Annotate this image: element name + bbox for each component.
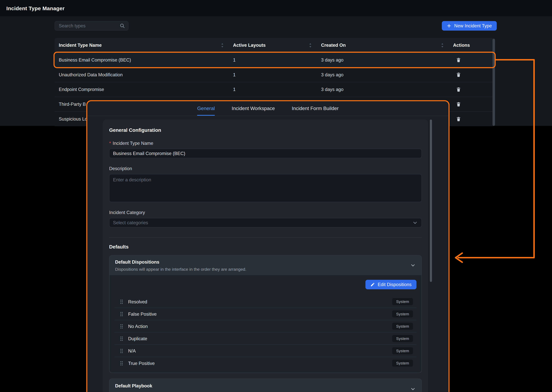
disposition-label: True Positive bbox=[128, 360, 392, 366]
trash-icon bbox=[456, 116, 461, 122]
list-item: False Positive System bbox=[114, 308, 416, 320]
table-row[interactable]: Endpoint Compromise 1 3 days ago bbox=[55, 82, 494, 97]
sort-icon[interactable] bbox=[221, 43, 224, 48]
incident-category-label: Incident Category bbox=[109, 210, 422, 215]
cell-actions bbox=[449, 71, 494, 78]
table-row[interactable]: Unauthorized Data Modification 1 3 days … bbox=[55, 67, 494, 82]
status-badge: System bbox=[392, 310, 413, 317]
cell-layouts: 1 bbox=[229, 57, 317, 63]
table-row[interactable]: Business Email Compromise (BEC) 1 3 days… bbox=[55, 52, 494, 67]
dispositions-list: Resolved System False Positive System No… bbox=[114, 295, 416, 369]
select-placeholder: Select categories bbox=[113, 220, 148, 225]
status-badge: System bbox=[392, 298, 413, 305]
column-label: Created On bbox=[321, 42, 346, 48]
default-dispositions-header-text: Default Dispositions Dispositions will a… bbox=[115, 259, 246, 272]
cell-layouts: 1 bbox=[229, 72, 317, 77]
drag-handle-icon[interactable] bbox=[120, 336, 123, 341]
edit-dispositions-button[interactable]: Edit Dispositions bbox=[365, 280, 416, 289]
search-icon bbox=[120, 23, 125, 28]
search-box[interactable] bbox=[55, 21, 128, 31]
column-label: Actions bbox=[453, 42, 470, 48]
drag-handle-icon[interactable] bbox=[120, 360, 123, 366]
delete-button[interactable] bbox=[455, 57, 462, 63]
disposition-label: False Positive bbox=[128, 311, 392, 316]
cell-actions bbox=[449, 86, 494, 93]
trash-icon bbox=[456, 102, 461, 107]
column-header-active-layouts[interactable]: Active Layouts bbox=[229, 42, 317, 48]
trash-icon bbox=[456, 87, 461, 92]
delete-button[interactable] bbox=[455, 86, 462, 93]
status-badge: System bbox=[392, 323, 413, 330]
label-text: Incident Type Name bbox=[113, 141, 153, 146]
column-header-actions: Actions bbox=[449, 42, 494, 48]
sort-icon[interactable] bbox=[441, 43, 444, 48]
app-header: Incident Type Manager bbox=[0, 0, 552, 16]
default-playbook-title: Default Playbook bbox=[115, 383, 152, 388]
dispositions-actions-row: Edit Dispositions bbox=[114, 280, 416, 289]
cell-created: 3 days ago bbox=[317, 72, 449, 77]
trash-icon bbox=[456, 72, 461, 77]
list-item: Resolved System bbox=[114, 295, 416, 308]
delete-button[interactable] bbox=[455, 71, 462, 78]
cell-actions bbox=[449, 101, 494, 108]
cell-actions bbox=[449, 57, 494, 63]
cell-created: 3 days ago bbox=[317, 87, 449, 92]
column-label: Active Layouts bbox=[233, 42, 266, 48]
cell-name: Unauthorized Data Modification bbox=[55, 72, 229, 77]
table-scrollbar[interactable] bbox=[493, 39, 495, 126]
table-header-row: Incident Type Name Active Layouts Create… bbox=[55, 38, 494, 52]
cell-layouts: 1 bbox=[229, 87, 317, 92]
default-dispositions-title: Default Dispositions bbox=[115, 259, 246, 265]
chevron-down-icon[interactable] bbox=[410, 263, 416, 268]
incident-type-name-input[interactable] bbox=[109, 149, 422, 158]
plus-icon bbox=[447, 23, 451, 28]
edit-dispositions-label: Edit Dispositions bbox=[378, 282, 412, 287]
column-header-created-on[interactable]: Created On bbox=[317, 42, 449, 48]
defaults-section-title: Defaults bbox=[109, 244, 422, 250]
description-textarea[interactable] bbox=[109, 174, 422, 202]
status-badge: System bbox=[392, 347, 413, 354]
tab-bar: General Incident Workspace Incident Form… bbox=[87, 101, 449, 116]
incident-type-name-label: *Incident Type Name bbox=[109, 141, 422, 146]
app: Incident Type Manager New Incident Type … bbox=[0, 0, 552, 392]
section-divider bbox=[109, 237, 422, 238]
drag-handle-icon[interactable] bbox=[120, 348, 123, 354]
cell-name: Endpoint Compromise bbox=[55, 87, 229, 92]
search-input[interactable] bbox=[58, 23, 120, 29]
status-badge: System bbox=[392, 360, 413, 367]
tab-general[interactable]: General bbox=[197, 101, 215, 116]
disposition-label: Duplicate bbox=[128, 336, 392, 341]
cell-actions bbox=[449, 116, 494, 122]
incident-type-editor-panel: General Incident Workspace Incident Form… bbox=[86, 100, 450, 392]
chevron-down-icon[interactable] bbox=[410, 386, 416, 392]
drag-handle-icon[interactable] bbox=[120, 299, 123, 304]
tab-incident-form-builder[interactable]: Incident Form Builder bbox=[292, 101, 339, 116]
drag-handle-icon[interactable] bbox=[120, 323, 123, 329]
drag-handle-icon[interactable] bbox=[120, 311, 123, 316]
default-dispositions-body: Edit Dispositions Resolved System False … bbox=[109, 275, 421, 373]
default-playbook-card: Default Playbook bbox=[109, 378, 422, 392]
list-item: Duplicate System bbox=[114, 332, 416, 344]
default-dispositions-header[interactable]: Default Dispositions Dispositions will a… bbox=[109, 256, 421, 275]
page-title: Incident Type Manager bbox=[6, 5, 65, 11]
list-item: True Positive System bbox=[114, 357, 416, 369]
disposition-label: Resolved bbox=[128, 299, 392, 304]
incident-category-select[interactable]: Select categories bbox=[109, 218, 422, 227]
tab-incident-workspace[interactable]: Incident Workspace bbox=[232, 101, 275, 116]
pencil-icon bbox=[370, 282, 375, 287]
default-dispositions-card: Default Dispositions Dispositions will a… bbox=[109, 255, 422, 373]
delete-button[interactable] bbox=[455, 101, 462, 108]
default-playbook-header[interactable]: Default Playbook bbox=[109, 379, 421, 392]
new-incident-type-label: New Incident Type bbox=[454, 23, 492, 28]
chevron-down-icon bbox=[412, 220, 418, 225]
cell-created: 3 days ago bbox=[317, 57, 449, 63]
sort-icon[interactable] bbox=[309, 43, 312, 48]
column-header-incident-type-name[interactable]: Incident Type Name bbox=[55, 42, 229, 48]
delete-button[interactable] bbox=[455, 116, 462, 122]
trash-icon bbox=[456, 57, 461, 63]
new-incident-type-button[interactable]: New Incident Type bbox=[442, 21, 497, 31]
list-item: No Action System bbox=[114, 320, 416, 332]
disposition-label: N/A bbox=[128, 348, 392, 354]
panel-scrollbar[interactable] bbox=[430, 119, 432, 282]
column-label: Incident Type Name bbox=[59, 42, 102, 48]
